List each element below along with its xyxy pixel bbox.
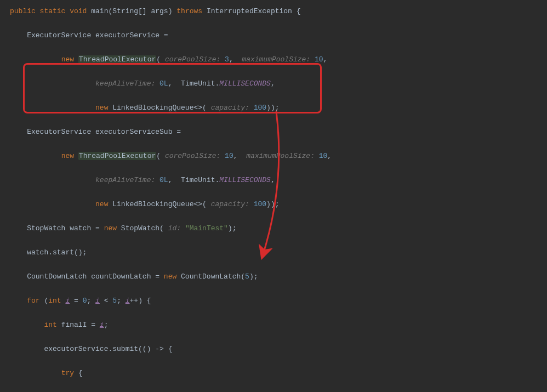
code-line: new ThreadPoolExecutor( corePoolSize: 10… bbox=[0, 150, 547, 162]
code-line: for (int i = 0; i < 5; i++) { bbox=[0, 295, 547, 307]
code-line: try { bbox=[0, 367, 547, 379]
code-line: ExecutorService executorService = bbox=[0, 30, 547, 42]
code-line: new LinkedBlockingQueue<>( capacity: 100… bbox=[0, 102, 547, 114]
code-line: watch.start(); bbox=[0, 247, 547, 259]
code-line: keepAliveTime: 0L, TimeUnit.MILLISECONDS… bbox=[0, 174, 547, 186]
code-line: CountDownLatch countDownLatch = new Coun… bbox=[0, 271, 547, 283]
code-line: keepAliveTime: 0L, TimeUnit.MILLISECONDS… bbox=[0, 78, 547, 90]
code-line: new ThreadPoolExecutor( corePoolSize: 3,… bbox=[0, 54, 547, 66]
code-line: StopWatch watch = new StopWatch( id: "Ma… bbox=[0, 223, 547, 235]
code-editor[interactable]: public static void main(String[] args) t… bbox=[0, 5, 547, 392]
code-line: ExecutorService executorServiceSub = bbox=[0, 126, 547, 138]
code-line: executorService.submit(() -> { bbox=[0, 343, 547, 355]
code-line: new LinkedBlockingQueue<>( capacity: 100… bbox=[0, 198, 547, 211]
code-line: int finalI = i; bbox=[0, 319, 547, 331]
code-line: public static void main(String[] args) t… bbox=[0, 5, 547, 18]
